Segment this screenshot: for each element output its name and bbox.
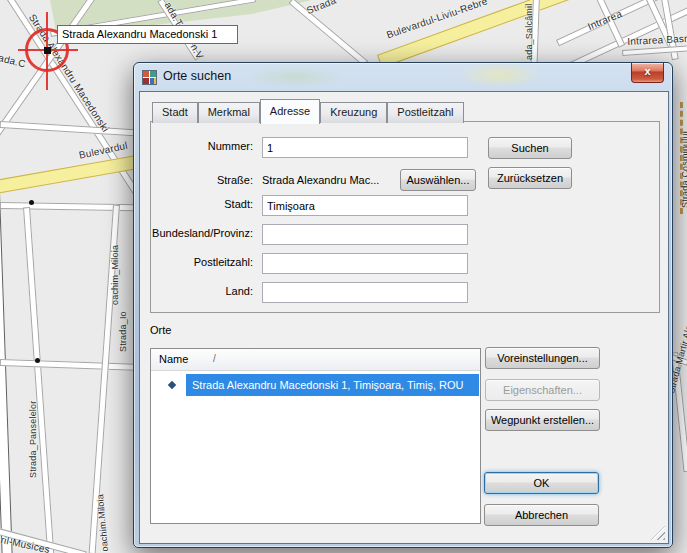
wegpunkt-erstellen-button[interactable]: Wegpunkt erstellen...: [485, 409, 600, 431]
nummer-input[interactable]: [262, 137, 468, 158]
stadt-input[interactable]: [262, 195, 468, 216]
land-input[interactable]: [262, 282, 468, 303]
bundesland-label: Bundesland/Provinz:: [151, 227, 253, 239]
street-label: ada.C: [0, 52, 27, 69]
tab-adresse[interactable]: Adresse: [260, 99, 320, 124]
close-button[interactable]: x: [631, 63, 664, 83]
tab-kreuzung[interactable]: Kreuzung: [320, 102, 387, 123]
sort-ascending-icon: /: [213, 349, 216, 369]
street-segment: [289, 0, 369, 66]
bundesland-input[interactable]: [262, 224, 468, 245]
suchen-button[interactable]: Suchen: [488, 137, 572, 159]
nummer-label: Nummer:: [151, 140, 253, 152]
orte-suchen-window: Orte suchen x Stadt Merkmal Adresse Kreu…: [133, 62, 673, 548]
list-item-text: Strada Alexandru Macedonski 1, Timişoara…: [192, 374, 463, 396]
street-label: oachim.Miloia: [95, 494, 110, 552]
list-header[interactable]: Name /: [151, 349, 480, 371]
abbrechen-button[interactable]: Abbrechen: [484, 504, 599, 526]
street-segment: [0, 78, 13, 553]
street-segment: [23, 207, 54, 553]
street-label: Strada_Panselelor: [28, 401, 38, 478]
places-list[interactable]: Name / Strada Alexandru Macedonski 1, Ti…: [150, 348, 481, 524]
street-label: ada_Salcâmil: [524, 4, 534, 60]
list-item[interactable]: Strada Alexandru Macedonski 1, Timişoara…: [151, 374, 480, 396]
window-title: Orte suchen: [163, 63, 231, 90]
orte-group-label: Orte: [150, 324, 171, 336]
tab-postleitzahl[interactable]: Postleitzahl: [387, 102, 463, 123]
strasse-value: Strada Alexandru Mac...: [262, 174, 379, 186]
street-label: n.V: [188, 42, 205, 61]
street-segment: [0, 359, 136, 371]
waypoint-dot-icon: [168, 381, 176, 389]
zuruecksetzen-button[interactable]: Zurücksetzen: [488, 167, 572, 189]
street-label: Strada Cosminului: [680, 131, 687, 208]
stadt-label: Stadt:: [151, 198, 253, 210]
street-label: oachim_Miloia: [110, 245, 120, 305]
address-point: [29, 200, 34, 205]
app-icon: [142, 70, 157, 85]
title-bar[interactable]: Orte suchen x: [134, 63, 672, 91]
street-label: Strada_Io: [118, 311, 128, 352]
street-segment: [0, 121, 136, 136]
map-canvas[interactable]: Strada Alexandru Macedonski ada.C Strada…: [0, 0, 687, 553]
tab-strip: Stadt Merkmal Adresse Kreuzung Postleitz…: [152, 99, 464, 123]
dialog-client-area: Stadt Merkmal Adresse Kreuzung Postleitz…: [139, 91, 669, 544]
tab-stadt[interactable]: Stadt: [152, 102, 198, 123]
auswaehlen-button[interactable]: Auswählen...: [400, 169, 476, 191]
postleitzahl-label: Postleitzahl:: [151, 256, 253, 268]
tab-merkmal[interactable]: Merkmal: [198, 102, 260, 123]
eigenschaften-button[interactable]: Eigenschaften...: [485, 379, 600, 401]
address-tab-page: Nummer: Suchen Straße: Strada Alexandru …: [150, 121, 660, 313]
map-tooltip: Strada Alexandru Macedonski 1: [57, 25, 238, 44]
land-label: Land:: [151, 285, 253, 297]
street-label: Strada: [305, 0, 338, 16]
voreinstellungen-button[interactable]: Voreinstellungen...: [485, 347, 600, 369]
address-point: [35, 358, 40, 363]
ok-button[interactable]: OK: [484, 472, 599, 494]
postleitzahl-input[interactable]: [262, 253, 468, 274]
strasse-label: Straße:: [151, 174, 253, 186]
name-column-header[interactable]: Name: [159, 349, 188, 369]
resize-grip[interactable]: [651, 526, 665, 540]
